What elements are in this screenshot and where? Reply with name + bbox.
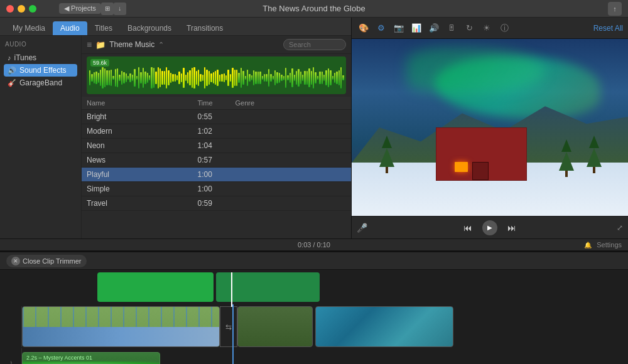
track-row[interactable]: Playful 1:00 bbox=[82, 168, 351, 182]
trimmer-playhead bbox=[231, 272, 232, 307]
clip-map-pattern bbox=[23, 307, 219, 327]
maximize-window-button[interactable] bbox=[29, 5, 36, 13]
audio-meter-icon[interactable]: 📊 bbox=[409, 21, 423, 35]
tab-backgrounds[interactable]: Backgrounds bbox=[120, 21, 179, 35]
audio-sidebar-title: AUDIO bbox=[4, 41, 77, 48]
folder-name: Theme Music bbox=[109, 40, 154, 49]
search-input[interactable] bbox=[283, 39, 346, 50]
minimize-window-button[interactable] bbox=[18, 5, 25, 13]
track-time: 1:00 bbox=[198, 185, 236, 193]
waveform-rate-label: 59.6k bbox=[90, 59, 109, 67]
close-window-button[interactable] bbox=[6, 5, 14, 13]
close-x-icon: ✕ bbox=[11, 257, 20, 265]
col-header-name: Name bbox=[87, 99, 198, 107]
waveform-bar bbox=[319, 72, 320, 83]
folder-dropdown-icon[interactable]: ⌃ bbox=[158, 41, 164, 49]
sync-icon[interactable]: ↻ bbox=[462, 21, 476, 35]
track-genre bbox=[236, 112, 347, 121]
timeline-tracks: ⇆ ♪ 2.2s – Mystery Accents 01 bbox=[0, 270, 628, 364]
timeline-playhead[interactable] bbox=[232, 304, 234, 364]
waveform-bar bbox=[217, 70, 218, 85]
clip-map-bottom bbox=[23, 327, 219, 347]
tree-trunk bbox=[386, 167, 388, 173]
sidebar-item-itunes[interactable]: ♪ iTunes bbox=[4, 51, 77, 64]
waveform-bar bbox=[144, 72, 146, 84]
waveform-bar bbox=[166, 67, 167, 89]
waveform-bar bbox=[94, 72, 95, 83]
info-icon[interactable]: ⓘ bbox=[497, 21, 511, 35]
projects-button[interactable]: ◀ Projects bbox=[59, 3, 101, 14]
waveform-bar bbox=[325, 70, 327, 86]
track-row[interactable]: Neon 1:04 bbox=[82, 139, 351, 153]
main-content: My Media Audio Titles Backgrounds Transi… bbox=[0, 18, 628, 238]
waveform-bar bbox=[187, 72, 188, 84]
waveform-bar bbox=[294, 75, 295, 81]
track-row[interactable]: Simple 1:00 bbox=[82, 182, 351, 196]
audio-sidebar: AUDIO ♪ iTunes 🔊 Sound Effects 🎸 GarageB… bbox=[0, 36, 82, 238]
waveform-bar bbox=[308, 68, 310, 88]
waveform-bar bbox=[322, 72, 323, 84]
window-title: The News Around the Globe bbox=[263, 4, 365, 13]
skip-back-button[interactable]: ⏮ bbox=[463, 223, 472, 233]
audio-clip[interactable]: 2.2s – Mystery Accents 01 bbox=[22, 352, 160, 365]
waveform-bar bbox=[155, 72, 156, 85]
waveform-bar bbox=[313, 67, 314, 88]
sidebar-item-sound-effects[interactable]: 🔊 Sound Effects bbox=[4, 64, 77, 77]
track-label-area bbox=[0, 306, 22, 347]
close-clip-trimmer-button[interactable]: ✕ Close Clip Trimmer bbox=[6, 255, 87, 267]
waveform-bar bbox=[153, 68, 154, 88]
tab-audio[interactable]: Audio bbox=[53, 21, 87, 35]
sidebar-item-garageband[interactable]: 🎸 GarageBand bbox=[4, 77, 77, 89]
microphone-icon[interactable]: 🎤 bbox=[357, 223, 367, 233]
track-row[interactable]: Modern 1:02 bbox=[82, 124, 351, 139]
tab-titles[interactable]: Titles bbox=[87, 21, 120, 35]
reset-all-button[interactable]: Reset All bbox=[593, 24, 623, 33]
trimmer-clip-1[interactable] bbox=[97, 272, 214, 302]
waveform-bar bbox=[95, 72, 97, 83]
skip-forward-button[interactable]: ⏭ bbox=[507, 223, 516, 233]
waveform-bar bbox=[227, 70, 229, 86]
tab-my-media[interactable]: My Media bbox=[5, 21, 53, 35]
filter-icon[interactable]: ☀ bbox=[480, 21, 494, 35]
track-row[interactable]: Bright 0:55 bbox=[82, 110, 351, 124]
cabin-body bbox=[436, 127, 527, 181]
waveform-bar bbox=[161, 71, 163, 85]
tree-top bbox=[382, 136, 392, 148]
volume-icon[interactable]: 🔊 bbox=[427, 21, 441, 35]
waveform-bar bbox=[245, 76, 246, 80]
video-track-row: ⇆ bbox=[0, 306, 628, 347]
fullscreen-icon[interactable]: ⤢ bbox=[617, 223, 623, 232]
track-genre bbox=[236, 156, 347, 164]
track-row[interactable]: News 0:57 bbox=[82, 153, 351, 168]
waveform-bar bbox=[328, 68, 329, 87]
tree-body bbox=[587, 148, 602, 167]
tree-body bbox=[379, 148, 394, 167]
browser-toolbar: ≡ 📁 Theme Music ⌃ bbox=[82, 36, 351, 54]
color-tool-icon[interactable]: 🎨 bbox=[357, 21, 371, 35]
camera-icon[interactable]: 📷 bbox=[392, 21, 406, 35]
waveform-bar bbox=[306, 71, 308, 85]
waveform-bar bbox=[296, 71, 297, 84]
list-view-button[interactable]: ≡ bbox=[87, 40, 92, 50]
waveform-bar bbox=[332, 76, 333, 80]
video-clip-3[interactable] bbox=[315, 306, 453, 347]
equalizer-icon[interactable]: 🎚 bbox=[445, 21, 458, 35]
import-icon[interactable]: ↓ bbox=[114, 3, 126, 15]
waveform-bar bbox=[183, 68, 184, 88]
track-row[interactable]: Travel 0:59 bbox=[82, 196, 351, 211]
waveform-bar bbox=[132, 75, 133, 82]
waveform-bar bbox=[126, 73, 127, 82]
waveform-bar bbox=[106, 70, 107, 85]
video-clip-2[interactable] bbox=[237, 306, 313, 347]
waveform-bar bbox=[317, 76, 318, 79]
video-clip-map[interactable] bbox=[22, 306, 220, 347]
video-tool-icon[interactable]: ⚙ bbox=[374, 21, 388, 35]
waveform-bar bbox=[273, 76, 274, 80]
tab-transitions[interactable]: Transitions bbox=[179, 21, 230, 35]
waveform-bar bbox=[302, 75, 303, 81]
organize-icon[interactable]: ⊞ bbox=[101, 3, 114, 15]
transition-marker[interactable]: ⇆ bbox=[220, 306, 237, 347]
play-button[interactable]: ▶ bbox=[482, 220, 497, 235]
waveform-bar bbox=[249, 74, 250, 81]
share-button[interactable]: ↑ bbox=[608, 2, 622, 16]
